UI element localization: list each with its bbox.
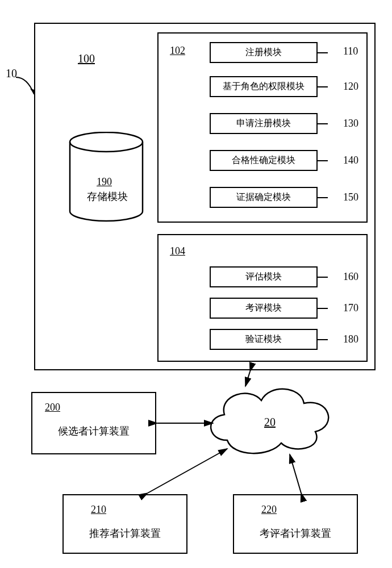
main-ref: 100 [78,52,95,65]
module-ref: 110 [343,45,358,57]
group-104-ref: 104 [170,245,185,257]
evaluator-ref: 220 [261,504,277,516]
module-ref: 130 [343,118,358,130]
module-box: 基于角色的权限模块 [210,76,318,97]
leader-line [318,86,328,87]
svg-point-1 [70,132,143,152]
module-box: 申请注册模块 [210,113,318,134]
module-box: 证据确定模块 [210,187,318,208]
main-box: 100 190 存储模块 102 注册模块 基于角色的权限模块 申请注册模块 合… [34,23,376,370]
svg-line-5 [290,454,301,493]
module-ref: 160 [343,271,358,283]
group-102-ref: 102 [170,45,185,57]
module-box: 合格性确定模块 [210,150,318,171]
leader-line [318,308,328,309]
recommender-box: 210 推荐者计算装置 [62,494,187,554]
module-label: 考评模块 [245,303,282,312]
module-label: 申请注册模块 [236,118,291,128]
cloud-ref: 20 [264,416,276,429]
system-ref: 10 [6,67,17,80]
module-box: 评估模块 [210,266,318,287]
candidate-ref: 200 [45,402,60,414]
module-ref: 150 [343,191,358,203]
module-box: 注册模块 [210,42,318,63]
group-104-box: 104 评估模块 考评模块 验证模块 [157,234,368,362]
leader-line [318,339,328,340]
evaluator-box: 220 考评者计算装置 [233,494,358,554]
group-102-box: 102 注册模块 基于角色的权限模块 申请注册模块 合格性确定模块 证据确定模块 [157,32,368,223]
module-label: 合格性确定模块 [232,155,295,165]
module-ref: 180 [343,333,358,345]
module-ref: 170 [343,302,358,314]
recommender-label: 推荐者计算装置 [64,527,186,540]
module-label: 评估模块 [245,272,282,281]
leader-line [318,160,328,161]
module-label: 基于角色的权限模块 [223,81,305,91]
module-ref: 120 [343,81,358,93]
candidate-label: 候选者计算装置 [32,424,155,438]
module-box: 考评模块 [210,298,318,319]
module-ref: 140 [343,154,358,166]
module-label: 注册模块 [245,47,282,57]
candidate-box: 200 候选者计算装置 [31,392,156,454]
evaluator-label: 考评者计算装置 [234,527,357,540]
leader-line [318,52,328,53]
leader-line [318,197,328,198]
module-box: 验证模块 [210,329,318,350]
module-label: 证据确定模块 [236,192,291,202]
storage-ref: 190 [97,176,112,188]
leader-line [318,123,328,124]
recommender-ref: 210 [91,504,106,516]
module-label: 验证模块 [245,334,282,344]
storage-label: 存储模块 [87,190,128,203]
leader-line [318,277,328,278]
